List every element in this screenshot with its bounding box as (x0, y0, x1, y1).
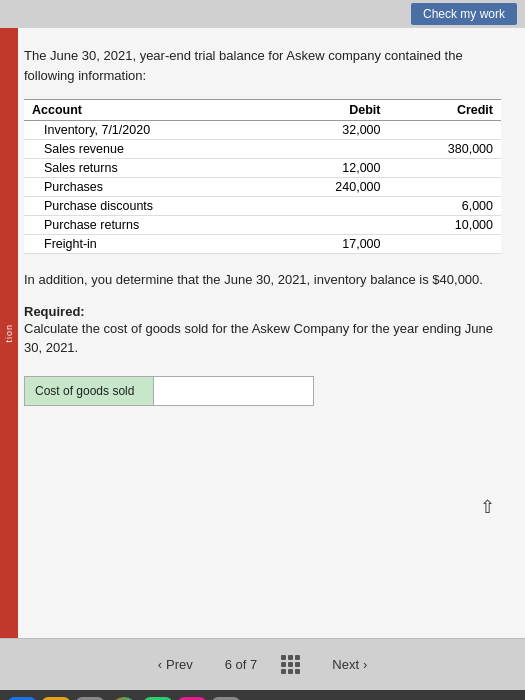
cell-account: Inventory, 7/1/2020 (24, 121, 276, 140)
content-body: The June 30, 2021, year-end trial balanc… (24, 46, 501, 406)
table-row: Purchase discounts6,000 (24, 197, 501, 216)
intro-text: The June 30, 2021, year-end trial balanc… (24, 46, 501, 85)
page-info: 6 of 7 (225, 657, 258, 672)
cell-debit (276, 216, 388, 235)
taskbar: 🔍 LOAD3 ⚙ 🌿 ✦ SUT 25 ▦ ((•)) ♪ tv 📺 (0, 690, 525, 700)
col-account: Account (24, 100, 276, 121)
cursor-arrow: ⇧ (480, 496, 495, 518)
required-label: Required: (24, 304, 85, 319)
prev-label: Prev (166, 657, 193, 672)
next-label: Next (332, 657, 359, 672)
table-row: Purchases240,000 (24, 178, 501, 197)
next-button[interactable]: Next › (324, 653, 375, 676)
cell-account: Purchase discounts (24, 197, 276, 216)
cell-account: Purchase returns (24, 216, 276, 235)
cogs-input[interactable] (154, 376, 314, 406)
trial-balance-table: Account Debit Credit Inventory, 7/1/2020… (24, 99, 501, 254)
cell-account: Purchases (24, 178, 276, 197)
cell-credit (389, 159, 502, 178)
grid-icon (281, 655, 300, 674)
cell-debit: 17,000 (276, 235, 388, 254)
cell-account: Freight-in (24, 235, 276, 254)
cell-credit (389, 121, 502, 140)
bottom-nav: ‹ Prev 6 of 7 Next › (0, 638, 525, 690)
cogs-label: Cost of goods sold (24, 376, 154, 406)
cell-debit: 240,000 (276, 178, 388, 197)
top-bar: Check my work (0, 0, 525, 28)
cell-account: Sales revenue (24, 140, 276, 159)
cell-credit (389, 235, 502, 254)
input-area: Cost of goods sold (24, 376, 501, 406)
col-debit: Debit (276, 100, 388, 121)
cell-account: Sales returns (24, 159, 276, 178)
left-strip-label: tion (4, 324, 14, 343)
check-my-work-button[interactable]: Check my work (411, 3, 517, 25)
cell-debit: 12,000 (276, 159, 388, 178)
table-row: Inventory, 7/1/202032,000 (24, 121, 501, 140)
left-strip: tion (0, 28, 18, 638)
cell-credit (389, 178, 502, 197)
cell-credit: 380,000 (389, 140, 502, 159)
next-arrow-icon: › (363, 657, 367, 672)
prev-arrow-icon: ‹ (158, 657, 162, 672)
table-row: Purchase returns10,000 (24, 216, 501, 235)
additional-text: In addition, you determine that the June… (24, 270, 501, 290)
col-credit: Credit (389, 100, 502, 121)
cell-debit (276, 140, 388, 159)
required-section: Required: Calculate the cost of goods so… (24, 304, 501, 358)
table-row: Sales revenue380,000 (24, 140, 501, 159)
cell-credit: 6,000 (389, 197, 502, 216)
main-content: tion The June 30, 2021, year-end trial b… (0, 28, 525, 638)
prev-button[interactable]: ‹ Prev (150, 653, 201, 676)
cell-debit: 32,000 (276, 121, 388, 140)
table-row: Sales returns12,000 (24, 159, 501, 178)
table-row: Freight-in17,000 (24, 235, 501, 254)
cell-credit: 10,000 (389, 216, 502, 235)
cell-debit (276, 197, 388, 216)
required-text: Calculate the cost of goods sold for the… (24, 321, 493, 356)
